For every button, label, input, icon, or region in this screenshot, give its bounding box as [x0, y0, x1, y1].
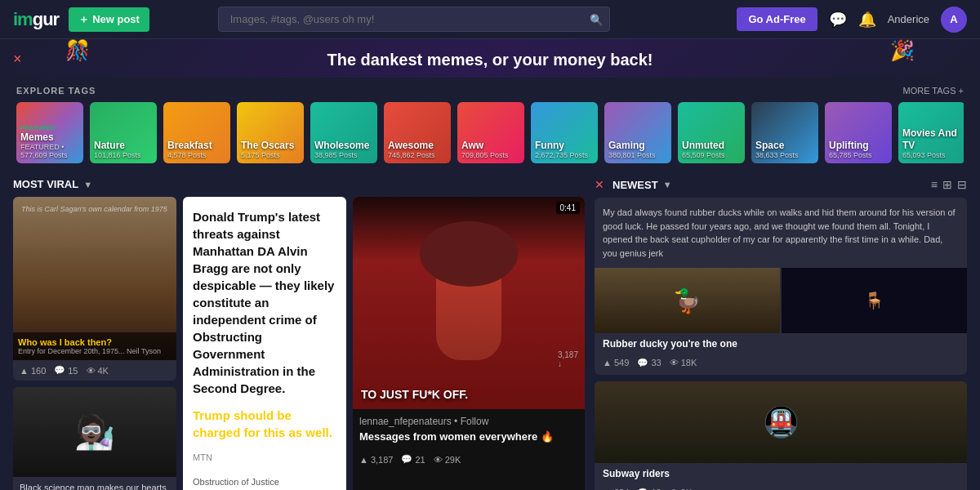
grid-4-icon[interactable]: ⊟	[957, 178, 967, 191]
rubber-duck-title: Rubber ducky you're the one	[595, 333, 967, 354]
tag-count: 2,672,735 Posts	[535, 151, 588, 159]
tag-featured-label: FEATURED	[20, 124, 83, 131]
tag-count: 65,785 Posts	[829, 151, 872, 159]
video-post[interactable]: 0:41 TO JUST FU*K OFF. 3,187↓ lennae_nfe…	[353, 197, 585, 490]
rubber-duck-post[interactable]: My dad always found rubber ducks while o…	[595, 198, 967, 375]
sagan-img-caption: This is Carl Sagan's own calendar from 1…	[13, 197, 176, 221]
tag-card-info: Nature 101,816 Posts	[94, 140, 141, 159]
woman-silhouette	[436, 246, 501, 360]
trump-content: Donald Trump's latest threats against Ma…	[183, 197, 346, 452]
tag-card-funny[interactable]: Funny 2,672,735 Posts	[531, 102, 598, 163]
video-thumbnail: 0:41 TO JUST FU*K OFF. 3,187↓	[353, 197, 585, 409]
video-caption: TO JUST FU*K OFF.	[361, 388, 468, 401]
tags-header: EXPLORE TAGS MORE TAGS +	[16, 86, 964, 96]
tag-count: 380,801 Posts	[608, 151, 656, 159]
search-input[interactable]	[218, 7, 610, 32]
newest-chevron[interactable]: ▼	[663, 180, 672, 189]
tag-count: FEATURED • 577,609 Posts	[20, 143, 83, 159]
rubber-duck-comments: 💬 33	[637, 358, 661, 368]
tag-name: Wholesome	[314, 140, 369, 151]
tag-count: 4,578 Posts	[167, 151, 212, 159]
username-label[interactable]: Anderice	[888, 13, 929, 25]
tag-count: 65,509 Posts	[682, 151, 725, 159]
tag-card-info: Gaming 380,801 Posts	[608, 140, 656, 159]
tag-card-movies-and-tv[interactable]: Movies And TV 65,093 Posts	[898, 102, 964, 163]
tag-name: Aww	[461, 140, 509, 151]
header-right: Go Ad-Free 💬 🔔 Anderice A	[737, 7, 967, 33]
tag-name: Funny	[535, 140, 588, 151]
tag-name: Unmuted	[682, 140, 725, 151]
bell-icon[interactable]: 🔔	[858, 11, 876, 29]
subway-title: Subway riders	[595, 463, 967, 484]
view-icons: ≡ ⊞ ⊟	[931, 178, 967, 191]
tag-name: Awesome	[388, 140, 435, 151]
video-bg	[353, 197, 585, 409]
sagan-upvotes: ▲ 160	[20, 366, 46, 376]
banner-close-button[interactable]: ×	[13, 50, 22, 67]
science-text: Black science man makes our hearts hurt.…	[13, 477, 176, 490]
sagan-overlay: Who was I back then? Entry for December …	[13, 332, 176, 360]
tag-card-breakfast[interactable]: Breakfast 4,578 Posts	[163, 102, 230, 163]
newest-title[interactable]: NEWEST	[612, 179, 658, 191]
science-post[interactable]: 🧑🏿‍🔬 Black science man makes our hearts …	[13, 387, 176, 490]
more-tags-button[interactable]: MORE TAGS +	[903, 86, 964, 96]
most-viral-title[interactable]: MOST VIRAL	[13, 178, 78, 190]
tag-card-info: Space 38,633 Posts	[755, 140, 799, 159]
sagan-image: This is Carl Sagan's own calendar from 1…	[13, 197, 176, 360]
logo[interactable]: imgur	[13, 9, 59, 30]
confetti-right-icon: 🎉	[890, 39, 915, 62]
tag-card-space[interactable]: Space 38,633 Posts	[751, 102, 818, 163]
video-duration: 0:41	[556, 202, 580, 214]
tag-card-the-oscars[interactable]: The Oscars 5,175 Posts	[237, 102, 304, 163]
tag-count: 38,985 Posts	[314, 151, 369, 159]
grid-2-icon[interactable]: ⊞	[942, 178, 952, 191]
rubber-duck-text: My dad always found rubber ducks while o…	[595, 198, 967, 268]
chat-icon[interactable]: 💬	[829, 11, 847, 29]
most-viral-header: MOST VIRAL ▼	[13, 178, 585, 190]
tag-name: Nature	[94, 140, 141, 151]
rubber-duck-img-1: 🦆	[595, 268, 780, 333]
newest-section: ✕ NEWEST ▼ ≡ ⊞ ⊟ My dad always found rub…	[595, 178, 967, 490]
tag-name: Uplifting	[829, 140, 872, 151]
header: imgur ＋ New post 🔍 Go Ad-Free 💬 🔔 Anderi…	[0, 0, 980, 39]
rubber-duck-upvotes: ▲ 549	[603, 358, 629, 368]
tag-count: 5,175 Posts	[241, 151, 294, 159]
main-content: MOST VIRAL ▼ This is Carl Sagan's own ca…	[0, 172, 980, 490]
tag-count: 709,805 Posts	[461, 151, 509, 159]
avatar[interactable]: A	[941, 7, 967, 33]
trump-highlight: Trump should be charged for this as well…	[193, 407, 336, 441]
trump-post[interactable]: Donald Trump's latest threats against Ma…	[183, 197, 346, 490]
tag-name: Movies And TV	[902, 127, 964, 151]
tag-card-memes[interactable]: FEATURED Memes FEATURED • 577,609 Posts	[16, 102, 83, 163]
sagan-who-text: Who was I back then?	[18, 337, 172, 347]
trump-tag: Obstruction of Justice	[193, 477, 279, 487]
tag-card-nature[interactable]: Nature 101,816 Posts	[90, 102, 157, 163]
tag-card-uplifting[interactable]: Uplifting 65,785 Posts	[825, 102, 892, 163]
science-emoji: 🧑🏿‍🔬	[74, 413, 115, 452]
subway-post[interactable]: 🚇 Subway riders ▲ 234 💬 18 👁 9K	[595, 381, 967, 490]
tag-name: Gaming	[608, 140, 656, 151]
newest-close-icon[interactable]: ✕	[595, 178, 604, 191]
tag-card-unmuted[interactable]: Unmuted 65,509 Posts	[678, 102, 745, 163]
search-bar: 🔍	[218, 7, 610, 32]
new-post-label: New post	[92, 13, 140, 25]
video-upvotes: ▲ 3,187	[359, 455, 393, 465]
search-button[interactable]: 🔍	[590, 13, 604, 25]
most-viral-section: MOST VIRAL ▼ This is Carl Sagan's own ca…	[13, 178, 585, 490]
tag-count: 38,633 Posts	[755, 151, 799, 159]
tag-card-info: Unmuted 65,509 Posts	[682, 140, 725, 159]
tag-card-aww[interactable]: Aww 709,805 Posts	[457, 102, 524, 163]
tag-card-wholesome[interactable]: Wholesome 38,985 Posts	[310, 102, 377, 163]
trump-source: MTN	[193, 452, 212, 462]
filter-icon[interactable]: ≡	[931, 178, 938, 191]
tag-name: Space	[755, 140, 799, 151]
tag-card-gaming[interactable]: Gaming 380,801 Posts	[604, 102, 671, 163]
tag-card-awesome[interactable]: Awesome 745,862 Posts	[384, 102, 451, 163]
sagan-post[interactable]: This is Carl Sagan's own calendar from 1…	[13, 197, 176, 381]
new-post-button[interactable]: ＋ New post	[69, 7, 149, 32]
rubber-duck-img-2: 🪑	[782, 268, 967, 333]
tag-card-info: The Oscars 5,175 Posts	[241, 140, 294, 159]
subway-thumbnail: 🚇	[595, 381, 967, 463]
go-ad-free-button[interactable]: Go Ad-Free	[737, 7, 817, 31]
rubber-duck-stats: ▲ 549 💬 33 👁 18K	[595, 354, 967, 375]
